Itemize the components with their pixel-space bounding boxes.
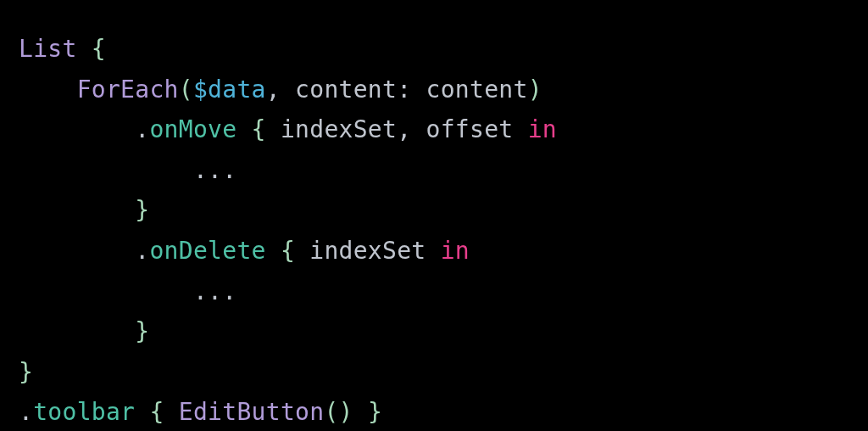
ellipsis: ...: [193, 156, 236, 184]
open-paren: (: [179, 76, 193, 104]
keyword-in: in: [528, 115, 557, 143]
close-brace: }: [135, 317, 149, 345]
method-onmove: onMove: [149, 115, 236, 143]
close-brace: }: [368, 398, 382, 426]
type-foreach: ForEach: [77, 76, 179, 104]
param-indexset: indexSet: [309, 237, 426, 265]
close-brace: }: [135, 196, 149, 224]
comma: ,: [397, 115, 411, 143]
code-block: List { ForEach($data, content: content) …: [19, 29, 849, 431]
colon: :: [397, 76, 411, 104]
method-toolbar: toolbar: [33, 398, 135, 426]
type-list: List: [19, 35, 77, 63]
open-brace: {: [92, 35, 106, 63]
ellipsis: ...: [193, 277, 236, 305]
comma: ,: [266, 76, 281, 104]
open-brace: {: [252, 115, 266, 143]
dot: .: [135, 115, 149, 143]
param-indexset: indexSet: [281, 115, 397, 143]
param-offset: offset: [426, 115, 514, 143]
open-paren: (: [324, 398, 338, 426]
type-editbutton: EditButton: [179, 398, 325, 426]
dot: .: [135, 237, 149, 265]
keyword-in: in: [441, 237, 470, 265]
param-label: content: [295, 76, 397, 104]
method-ondelete: onDelete: [149, 237, 265, 265]
close-paren: ): [528, 76, 542, 104]
dot: .: [19, 398, 33, 426]
binding-data: $data: [193, 76, 266, 104]
close-paren: ): [339, 398, 353, 426]
open-brace: {: [281, 237, 295, 265]
open-brace: {: [149, 398, 164, 426]
param-value: content: [426, 76, 528, 104]
close-brace: }: [19, 358, 33, 386]
